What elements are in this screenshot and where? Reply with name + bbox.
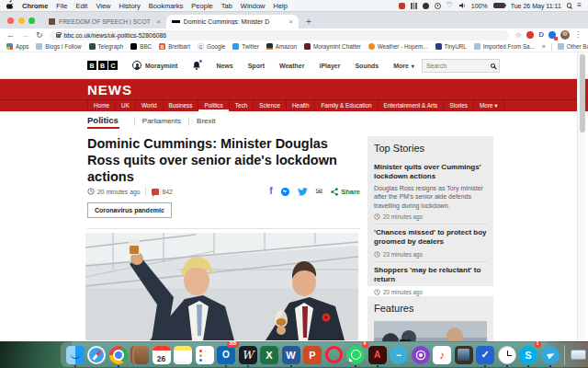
spotlight-icon[interactable] [567, 3, 572, 8]
dock-whatsapp-icon[interactable]: 9 [346, 343, 366, 366]
scrollbar-thumb[interactable] [580, 54, 585, 132]
header-nav-weather[interactable]: Weather [272, 52, 312, 78]
profile-avatar[interactable] [560, 30, 570, 40]
dock-music-icon[interactable]: ♪ [433, 343, 452, 366]
bookmark-bbc[interactable]: BBC [130, 43, 152, 50]
dock-minimized-window[interactable] [569, 343, 588, 366]
comments-icon[interactable] [152, 189, 159, 195]
facebook-share-icon[interactable]: f [269, 187, 272, 196]
zoom-window-button[interactable] [28, 17, 35, 24]
menubar-clock[interactable]: Tue 26 May 11:11 [511, 3, 561, 9]
bookmark-weather[interactable]: Weather - Hopem... [368, 43, 428, 50]
nav-more[interactable]: More ▾ [474, 99, 504, 111]
bookmark-telegraph[interactable]: Telegraph [89, 43, 124, 50]
bars-icon[interactable] [411, 3, 417, 9]
header-nav-iplayer[interactable]: iPlayer [311, 52, 347, 78]
menu-bookmarks[interactable]: Bookmarks [149, 2, 184, 10]
close-window-button[interactable] [7, 17, 14, 24]
volume-icon[interactable] [458, 2, 466, 10]
twitter-share-icon[interactable] [298, 188, 308, 196]
bookmark-twitter[interactable]: Twitter [232, 43, 259, 50]
share-button[interactable]: Share [331, 188, 360, 196]
search-box[interactable] [422, 59, 500, 73]
comments-count[interactable]: 842 [162, 189, 172, 195]
menu-view[interactable]: View [96, 2, 110, 10]
dock-todo-icon[interactable]: ✓ [476, 343, 495, 366]
dock-safari-icon[interactable] [87, 343, 107, 366]
search-input[interactable] [426, 63, 487, 69]
address-bar[interactable]: bbc.co.uk/news/uk-politics-52806086 [50, 30, 509, 40]
dock-photobooth-icon[interactable] [454, 343, 473, 366]
dock-contacts-icon[interactable] [130, 343, 150, 366]
tab-freedom-of-speech[interactable]: FREEDOM OF SPEECH | SCOT × [43, 15, 166, 29]
dock-powerpoint-icon[interactable]: P [303, 343, 322, 366]
nav-family-education[interactable]: Family & Education [315, 99, 378, 111]
dock-opera-icon[interactable] [324, 343, 344, 366]
menu-edit[interactable]: Edit [75, 2, 87, 10]
dock-messages-icon[interactable] [390, 343, 409, 366]
bookmark-google[interactable]: GGoogle [198, 43, 225, 50]
header-nav-sport[interactable]: Sport [241, 52, 272, 78]
dock-telegram-icon[interactable] [540, 343, 560, 366]
battery-icon[interactable] [493, 3, 505, 9]
dark-circle-icon[interactable] [423, 3, 429, 9]
bookmarks-overflow-chevron[interactable]: » [542, 43, 546, 50]
subnav-parliaments[interactable]: Parliaments [142, 117, 181, 125]
new-tab-button[interactable]: + [306, 17, 311, 29]
menu-file[interactable]: File [56, 2, 67, 10]
menu-tab[interactable]: Tab [221, 2, 232, 10]
dock-notes-icon[interactable] [174, 343, 193, 366]
bookmark-folder-imported[interactable]: Imported From Sa... [474, 43, 535, 50]
dock-reminders-icon[interactable] [195, 343, 214, 366]
nav-tech[interactable]: Tech [230, 99, 254, 111]
other-bookmarks-folder[interactable]: Other Bookmarks [558, 43, 588, 50]
heart-icon[interactable]: ♡ [447, 2, 453, 9]
bookmark-folder-blogs[interactable]: Blogs I Follow [36, 43, 81, 50]
top-story-1[interactable]: Minister quits over Cummings' lockdown a… [374, 159, 487, 224]
news-logo[interactable]: NEWS [87, 82, 132, 98]
dock-word-icon[interactable]: W [281, 343, 300, 366]
extension-icon-red[interactable] [526, 31, 534, 39]
forward-button[interactable]: → [21, 31, 29, 40]
dock-calendar-icon[interactable]: 26 [152, 343, 171, 366]
extension-icon-badge[interactable] [548, 31, 556, 39]
top-story-2[interactable]: 'Chances missed' to protect boy groomed … [374, 224, 487, 262]
apple-menu-icon[interactable] [6, 0, 14, 11]
menu-help[interactable]: Help [274, 2, 288, 10]
dock-excel-icon[interactable]: X [260, 343, 279, 366]
chrome-menu-icon[interactable]: ⋮ [574, 31, 582, 39]
bookmark-breitbart[interactable]: BBreitbart [159, 43, 190, 50]
header-nav-news[interactable]: News [209, 52, 240, 78]
dock-acrobat-icon[interactable]: A [368, 343, 387, 366]
nav-world[interactable]: World [136, 99, 164, 111]
scrollbar-track[interactable] [577, 52, 585, 368]
dock-podcasts-icon[interactable] [411, 343, 430, 366]
bookmark-apps[interactable]: Apps [6, 43, 28, 50]
notification-center-icon[interactable]: ≡ [577, 2, 582, 9]
nav-home[interactable]: Home [87, 99, 116, 111]
top-story-3[interactable]: Shoppers 'may be reluctant' to return 20… [374, 262, 487, 299]
dock-writer-icon[interactable]: W [238, 343, 257, 366]
minimize-window-button[interactable] [18, 17, 25, 24]
email-share-icon[interactable]: ✉ [316, 188, 323, 196]
nav-stories[interactable]: Stories [444, 99, 474, 111]
subnav-politics[interactable]: Politics [87, 113, 119, 129]
header-nav-sounds[interactable]: Sounds [347, 52, 386, 78]
nav-business[interactable]: Business [164, 99, 199, 111]
dock-clock-icon[interactable] [497, 343, 516, 366]
back-button[interactable]: ← [6, 31, 15, 40]
dock-outlook-icon[interactable]: O305 [217, 343, 236, 366]
lock-icon[interactable] [56, 34, 61, 38]
time-machine-icon[interactable] [435, 3, 441, 9]
nav-health[interactable]: Health [287, 99, 315, 111]
bookmark-amazon[interactable]: Amazon [266, 43, 297, 50]
reload-button[interactable]: ↻ [36, 31, 43, 40]
menu-history[interactable]: History [119, 2, 141, 10]
nav-politics[interactable]: Politics [198, 99, 229, 111]
tab-dominic-cummings[interactable]: Dominic Cummings: Minister D × [166, 15, 299, 29]
bookmark-tinyurl[interactable]: TinyURL [435, 43, 467, 50]
dock-skype-icon[interactable]: S1 [519, 343, 538, 366]
messenger-share-icon[interactable] [281, 188, 289, 196]
bookmark-star-icon[interactable]: ☆ [515, 31, 523, 40]
dock-finder-icon[interactable] [65, 343, 85, 366]
